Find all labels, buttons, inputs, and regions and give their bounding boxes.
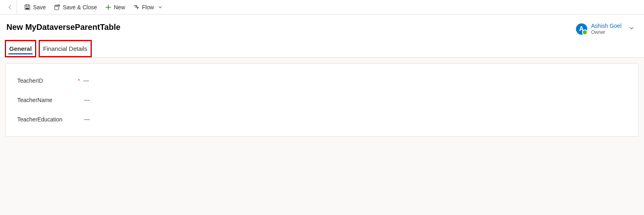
owner-name: Ashish Goel xyxy=(591,23,621,29)
plus-icon xyxy=(105,4,111,10)
svg-rect-2 xyxy=(26,8,29,9)
owner-chevron-icon[interactable] xyxy=(625,25,638,32)
required-star-icon: * xyxy=(76,78,82,83)
save-label: Save xyxy=(33,4,46,10)
field-teacher-education: TeacherEducation --- xyxy=(17,110,627,129)
new-button[interactable]: New xyxy=(101,0,129,15)
page-title: New MyDataverseParentTable xyxy=(6,23,120,32)
save-close-icon xyxy=(54,4,60,10)
svg-rect-1 xyxy=(26,5,29,6)
teacher-name-label: TeacherName xyxy=(17,97,52,103)
teacher-id-label: TeacherID xyxy=(17,77,43,84)
owner-role: Owner xyxy=(591,29,621,35)
tab-financial-label: Financial Details xyxy=(43,45,87,52)
command-bar: Save Save & Close New Flow xyxy=(0,0,644,15)
tabs: General Financial Details xyxy=(0,37,644,58)
save-close-label: Save & Close xyxy=(63,4,97,10)
teacher-name-value[interactable]: --- xyxy=(83,97,90,103)
field-label: TeacherName xyxy=(17,97,77,103)
empty-area xyxy=(0,142,644,215)
svg-rect-3 xyxy=(55,5,59,10)
avatar-initial: A xyxy=(579,25,584,33)
form-card: TeacherID * --- TeacherName --- TeacherE… xyxy=(6,63,638,137)
flow-icon xyxy=(133,4,140,10)
field-label: TeacherEducation xyxy=(17,116,77,123)
teacher-id-value[interactable]: --- xyxy=(82,77,89,84)
field-label: TeacherID xyxy=(17,77,77,84)
teacher-education-label: TeacherEducation xyxy=(17,116,62,123)
new-label: New xyxy=(114,4,125,10)
save-close-button[interactable]: Save & Close xyxy=(50,0,101,15)
save-icon xyxy=(24,4,31,10)
flow-label: Flow xyxy=(142,4,154,10)
tab-general-label: General xyxy=(9,45,32,52)
svg-rect-4 xyxy=(56,5,58,6)
back-button-wrap xyxy=(3,0,17,15)
owner-text: Ashish Goel Owner xyxy=(591,23,621,35)
flow-button[interactable]: Flow xyxy=(129,0,167,15)
field-teacher-id: TeacherID * --- xyxy=(17,71,627,90)
field-teacher-name: TeacherName --- xyxy=(17,90,627,110)
tab-general[interactable]: General xyxy=(5,40,36,57)
page-header: New MyDataverseParentTable A Ashish Goel… xyxy=(0,15,644,37)
teacher-education-value[interactable]: --- xyxy=(83,116,90,123)
chevron-down-icon xyxy=(158,5,163,10)
owner-block[interactable]: A Ashish Goel Owner xyxy=(576,23,638,35)
tab-financial-details[interactable]: Financial Details xyxy=(39,40,92,57)
avatar: A xyxy=(576,23,587,35)
content-area: TeacherID * --- TeacherName --- TeacherE… xyxy=(0,58,644,142)
back-arrow-icon[interactable] xyxy=(7,4,13,10)
save-button[interactable]: Save xyxy=(20,0,50,15)
